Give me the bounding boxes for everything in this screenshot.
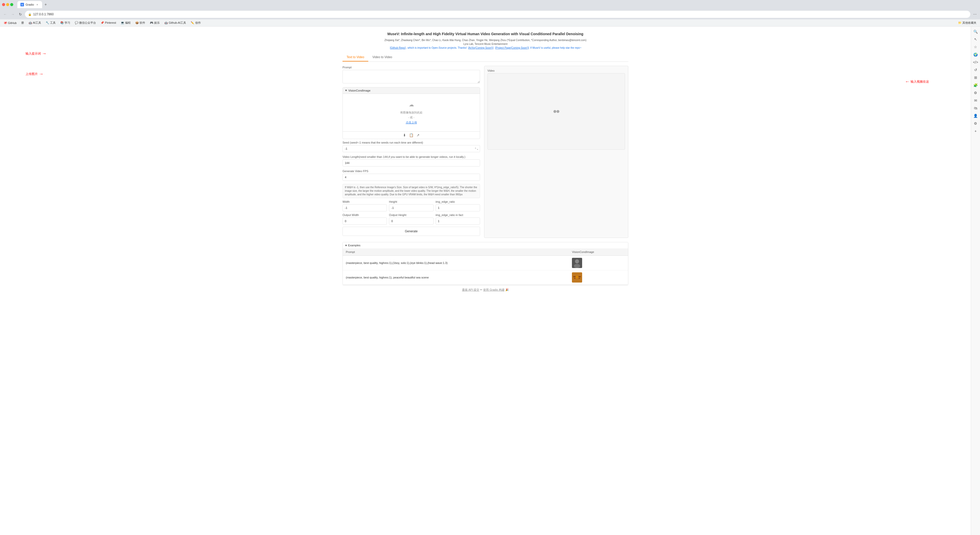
footer-text-2[interactable]: 使用 Gradio 构建 (483, 288, 504, 291)
output-width-input[interactable] (342, 217, 387, 225)
github-repo-link[interactable]: [Github Repo] (390, 46, 406, 49)
example-row-2[interactable]: (masterpiece, best quality, highres:1), … (343, 270, 628, 284)
footer-text-1[interactable]: 遵循 API 提交 (462, 288, 479, 291)
refresh-button[interactable]: ↻ (18, 11, 24, 17)
img-edge-ratio-input[interactable] (436, 204, 480, 211)
video-length-input[interactable] (342, 159, 480, 167)
height-input[interactable] (389, 204, 433, 211)
upload-icon: ☁ (349, 100, 474, 109)
height-col: Height (389, 200, 433, 211)
sidebar-code-icon[interactable]: </> (973, 59, 979, 65)
bookmark-software[interactable]: 📦 软件 (134, 21, 147, 25)
minimize-window-button[interactable] (6, 3, 9, 6)
project-page-link[interactable]: [Project Page(Coming Soon!)] (495, 46, 529, 49)
sidebar-refresh-icon[interactable]: ↺ (973, 67, 979, 73)
output-height-label: Output Height (389, 213, 433, 216)
help-text: If W&H is -1, then use the Reference Ima… (342, 184, 480, 198)
prompt-column-header: Prompt (343, 248, 569, 256)
upload-copy-icon[interactable]: 📋 (409, 133, 414, 137)
upload-download-icon[interactable]: ⬇ (403, 133, 406, 137)
sidebar-plus-icon[interactable]: + (973, 128, 979, 134)
bookmark-study[interactable]: 📚 学习 (59, 21, 72, 25)
sidebar-gear-icon[interactable]: ⚙ (973, 90, 979, 96)
bookmark-programming[interactable]: 💻 编程 (119, 21, 132, 25)
video-length-label: Video Length(need smaller than 144,if yo… (342, 155, 480, 158)
sidebar-squares-icon[interactable]: ⊞ (973, 75, 979, 81)
bookmark-entertainment[interactable]: 🎮 娱乐 (148, 21, 161, 25)
bookmark-wechat[interactable]: 💬 微信公众平台 (73, 21, 97, 25)
footer-separator: ✏ (480, 288, 483, 291)
svg-rect-5 (574, 278, 576, 279)
extensions-button[interactable]: ⋯ (972, 11, 978, 17)
example-1-image (569, 256, 628, 270)
title-bar: G Gradio × + (0, 0, 980, 9)
url-bar[interactable]: 🔒 127.0.0.1:7860 (25, 11, 970, 18)
other-bookmarks[interactable]: 📁 其他收藏夹 (956, 21, 978, 25)
seed-group: Seed (seed=-1 means that the seeds run e… (342, 141, 480, 152)
upload-link[interactable]: 点击上传 (349, 120, 474, 125)
close-window-button[interactable] (2, 3, 5, 6)
sidebar-earth-icon[interactable]: 🌍 (973, 51, 979, 58)
tab-close-button[interactable]: × (35, 3, 39, 6)
address-bar: ← → ↻ 🔒 127.0.0.1:7860 ⋯ (0, 9, 980, 19)
collapse-icon[interactable]: ▼ (345, 89, 347, 92)
output-img-edge-ratio-label: img_edge_ratio in fact (436, 213, 480, 216)
upload-share-icon[interactable]: ↗ (417, 133, 420, 137)
output-height-input[interactable] (389, 217, 433, 225)
forward-button[interactable]: → (10, 11, 16, 17)
output-img-edge-ratio-col: img_edge_ratio in fact (436, 213, 480, 225)
fps-input[interactable] (342, 174, 480, 181)
examples-header: ▼ Examples (343, 242, 628, 248)
vision-cond-image-section: ▼ VisionCondImage ☁ 将图像拖放到此处 - 或 - 点击上传 (342, 87, 480, 139)
sidebar-cursor-icon[interactable]: ↖ (973, 36, 979, 42)
page-affiliation: Lyra Lab, Tencent Music Entertainment (342, 43, 628, 45)
bookmark-ai-tools[interactable]: 🤖 AI工具 (27, 21, 43, 25)
sidebar-bookmark-star-icon[interactable]: ☆ (973, 44, 979, 50)
sidebar-mail-icon[interactable]: ✉ (973, 97, 979, 103)
prompt-label: Prompt (342, 66, 480, 69)
tab-favicon: G (21, 3, 24, 6)
upload-area[interactable]: ☁ 将图像拖放到此处 - 或 - 点击上传 (343, 94, 480, 131)
example-1-prompt: (masterpiece, best quality, highres:1),(… (343, 256, 569, 270)
new-tab-button[interactable]: + (43, 2, 49, 8)
image-column-header: VisionCondImage (569, 248, 628, 256)
sidebar-person-icon[interactable]: 👤 (973, 113, 979, 119)
maximize-window-button[interactable] (10, 3, 13, 6)
video-label: Video (487, 69, 625, 72)
bookmark-ce[interactable]: 册 (20, 21, 25, 25)
sidebar-settings-icon[interactable]: ⚙ (973, 121, 979, 127)
seed-label: Seed (seed=-1 means that the seeds run e… (342, 141, 480, 144)
tab-video-to-video[interactable]: Video to Video (368, 53, 396, 62)
example-2-image (569, 270, 628, 284)
back-button[interactable]: ← (2, 11, 8, 17)
examples-section: ▼ Examples Prompt VisionCondImage (342, 242, 628, 285)
generate-button[interactable]: Generate (342, 227, 480, 236)
example-row-1[interactable]: (masterpiece, best quality, highres:1),(… (343, 256, 628, 270)
bookmark-github[interactable]: 🐙 GitHub (2, 21, 18, 25)
url-text: 127.0.0.1:7860 (33, 13, 967, 16)
loading-indicator: ⬤⬤ (553, 110, 559, 113)
bookmark-pinterest[interactable]: 📌 Pinterest (99, 21, 118, 25)
bookmark-create[interactable]: ✏️ 创作 (189, 21, 202, 25)
right-column: Video ⬤⬤ (484, 66, 628, 238)
output-height-col: Output Height (389, 213, 433, 225)
page-authors: Zhiqiang Xia*, Zhaokang Chen*, Bin Wu*, … (342, 39, 628, 41)
seed-input[interactable] (342, 145, 480, 152)
width-input[interactable] (342, 204, 387, 211)
bookmark-github-ai[interactable]: 🤖 Github-AI工具 (163, 21, 188, 25)
bookmarks-bar: 🐙 GitHub 册 🤖 AI工具 🔧 工具 📚 学习 💬 微信公众平台 📌 P… (0, 19, 980, 27)
upload-text-1: 将图像拖放到此处 (349, 110, 474, 115)
sidebar-lens-icon[interactable]: 🔍 (973, 29, 979, 35)
tab-text-to-video[interactable]: Text to Video (342, 53, 368, 62)
example-2-thumbnail (572, 272, 582, 283)
sidebar-shopping-icon[interactable]: 🛍 (973, 105, 979, 111)
examples-label: Examples (348, 244, 360, 247)
browser-tab-gradio[interactable]: G Gradio × (18, 1, 42, 8)
prompt-input[interactable] (342, 70, 480, 83)
output-img-edge-ratio-input[interactable] (436, 217, 480, 225)
sidebar-puzzle-icon[interactable]: 🧩 (973, 82, 979, 88)
bookmark-tools[interactable]: 🔧 工具 (44, 21, 57, 25)
examples-table: Prompt VisionCondImage (masterpiece, bes… (343, 248, 628, 285)
examples-collapse-icon[interactable]: ▼ (345, 244, 347, 247)
arxiv-link[interactable]: [ArXiv(Coming Soon!)] (468, 46, 493, 49)
